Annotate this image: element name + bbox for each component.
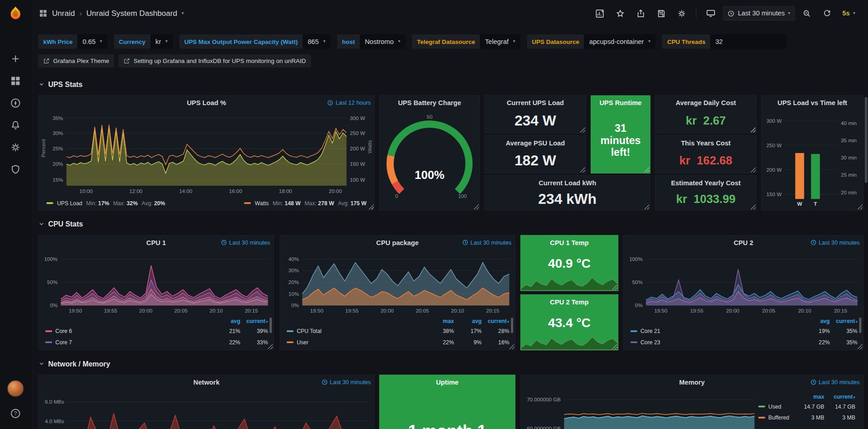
legend-sort-header[interactable]: current▾ [824,393,855,399]
refresh-interval-picker[interactable]: 5s ▾ [839,7,859,20]
panel-title[interactable]: CPU 1 Temp [550,239,588,246]
dashboard-settings-button[interactable] [673,6,690,21]
legend-scrollbar[interactable] [270,318,272,333]
panel-time-override[interactable]: Last 30 minutes [811,239,860,246]
add-panel-button[interactable] [591,6,608,21]
page-scrollbar[interactable] [865,0,868,429]
zoom-out-time-button[interactable] [798,6,815,21]
ups-load-chart[interactable]: 15%20%25%30%35%100 W150 W200 W250 W300 W… [39,110,374,197]
panel-title[interactable]: CPU package [376,239,419,246]
sidebar-item-help[interactable]: ? [5,404,27,424]
variable-value-dropdown[interactable]: apcupsd-container▾ [584,34,655,49]
panel-title[interactable]: Memory [679,379,705,386]
panel-title[interactable]: UPS Load % [187,99,226,107]
panel-resize-handle[interactable] [509,344,514,349]
section-network-memory[interactable]: Network / Memory [38,358,863,369]
legend-series-toggle[interactable]: Core 21 [630,328,802,334]
scrollbar-thumb[interactable] [865,97,868,183]
legend-sort-header[interactable]: max [426,318,454,324]
panel-title[interactable]: Current UPS Load [507,99,564,107]
panel-time-override[interactable]: Last 12 hours [327,99,371,106]
panel-resize-handle[interactable] [751,168,756,173]
cpu-package-chart[interactable]: 0%10%20%30%40%19:5019:5520:0020:0520:102… [280,250,515,315]
user-avatar[interactable] [7,380,24,397]
panel-resize-handle[interactable] [612,344,617,349]
chevron-down-icon[interactable]: ▾ [181,11,184,15]
panel-time-override[interactable]: Last 30 minutes [811,379,860,386]
panel-resize-handle[interactable] [751,204,756,209]
panel-title[interactable]: UPS Runtime [600,99,642,107]
panel-resize-handle[interactable] [858,204,863,209]
dashboard-title[interactable]: Unraid System Dashboard [86,9,177,18]
panel-title[interactable]: UPS Battery Charge [398,99,461,107]
panel-title[interactable]: CPU 2 [734,239,753,246]
variable-value-dropdown[interactable]: Telegraf▾ [480,34,520,49]
panel-resize-handle[interactable] [751,127,756,132]
panel-time-override[interactable]: Last 30 minutes [221,239,270,246]
sidebar-item-server-admin[interactable] [5,159,27,179]
panel-title[interactable]: Estimated Yearly Cost [671,179,741,187]
sidebar-item-explore[interactable] [5,93,27,113]
panel-title[interactable]: Network [193,379,219,386]
panel-title[interactable]: This Years Cost [681,139,731,147]
legend-item[interactable]: WattsMin: 148 WMax: 278 WAvg: 175 W [244,200,367,206]
star-dashboard-button[interactable] [612,6,629,21]
panel-title[interactable]: Average PSU Load [506,139,565,147]
legend-series-toggle[interactable]: Core 23 [630,339,802,345]
grafana-logo[interactable] [0,0,31,27]
variable-value-dropdown[interactable]: 32 [711,34,787,49]
legend-sort-header[interactable]: current▾ [830,318,858,324]
legend-sort-header[interactable]: avg [454,318,482,324]
legend-series-toggle[interactable]: User [287,339,426,345]
legend-scrollbar[interactable] [859,318,861,333]
legend-sort-header[interactable]: current▾ [240,318,268,324]
dashboard-link[interactable]: Setting up Grafana and InfluxDB for UPS … [119,54,311,67]
legend-sort-header[interactable]: avg [213,318,240,324]
sidebar-item-configuration[interactable] [5,137,27,157]
variable-value-dropdown[interactable]: 0.65▾ [77,34,107,49]
variable-value-dropdown[interactable]: kr▾ [151,34,173,49]
panel-resize-handle[interactable] [858,344,863,349]
panel-resize-handle[interactable] [580,168,585,173]
cycle-view-mode-button[interactable] [702,5,720,21]
legend-sort-header[interactable]: avg [802,318,830,324]
battery-gauge[interactable]: 0 50 100 100% [380,110,479,209]
panel-resize-handle[interactable] [644,168,649,173]
legend-series-toggle[interactable]: Core 6 [45,328,212,334]
panel-resize-handle[interactable] [612,285,617,290]
variable-value-dropdown[interactable]: Nostromo▾ [360,34,405,49]
legend-scrollbar[interactable] [511,318,513,333]
save-dashboard-button[interactable] [653,6,670,21]
panel-resize-handle[interactable] [474,204,479,209]
variable-value-dropdown[interactable]: 865▾ [303,34,330,49]
time-range-picker[interactable]: Last 30 minutes ▾ [723,6,795,20]
panel-title[interactable]: Current Load kWh [539,179,596,187]
create-menu[interactable] [5,49,27,69]
panel-resize-handle[interactable] [644,204,649,209]
panel-title[interactable]: CPU 1 [146,239,166,246]
network-chart[interactable]: 2.0 MBs4.0 MBs6.0 MBs19:5019:5520:0020:0… [39,390,374,429]
legend-sort-header[interactable]: max [793,393,824,399]
panel-title[interactable]: Uptime [436,379,458,386]
cpu1-chart[interactable]: 0%50%100%19:5019:5520:0020:0520:1020:15 [39,250,274,315]
section-cpu-stats[interactable]: CPU Stats [38,218,863,229]
legend-series-toggle[interactable]: CPU Total [287,328,426,334]
dashboard-grid-icon[interactable] [39,9,48,18]
legend-series-toggle[interactable]: Used [758,403,793,409]
share-dashboard-button[interactable] [632,6,649,21]
dashboard-link[interactable]: Grafana Plex Theme [38,54,114,67]
panel-title[interactable]: UPS Load vs Time left [777,99,847,107]
panel-resize-handle[interactable] [268,344,273,349]
panel-time-override[interactable]: Last 30 minutes [462,239,511,246]
panel-title[interactable]: CPU 2 Temp [550,298,588,306]
panel-resize-handle[interactable] [369,204,374,209]
sidebar-item-dashboards[interactable] [5,71,27,91]
legend-series-toggle[interactable]: Buffered [758,415,793,420]
legend-series-toggle[interactable]: Core 7 [45,339,212,345]
legend-item[interactable]: UPS LoadMin: 17%Max: 32%Avg: 20% [47,200,165,206]
legend-sort-header[interactable]: current▾ [482,318,509,324]
cpu2-chart[interactable]: 0%50%100%19:5019:5520:0020:0520:1020:15 [624,250,863,315]
ups-vs-time-chart[interactable]: 150 W200 W250 W300 W20 min25 min30 min35… [762,110,863,209]
refresh-dashboard-button[interactable] [819,6,835,20]
panel-title[interactable]: Average Daily Cost [676,99,736,107]
